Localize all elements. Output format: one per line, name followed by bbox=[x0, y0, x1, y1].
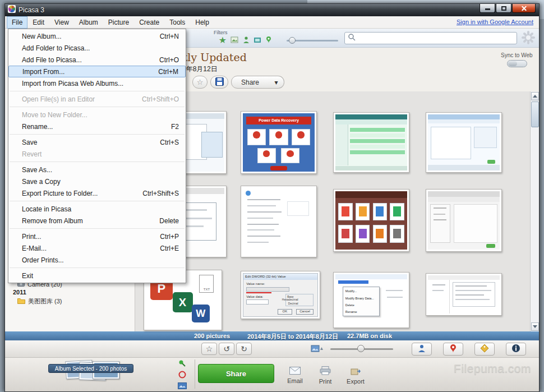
sidebar-year-2011[interactable]: 2011 bbox=[13, 289, 26, 296]
sidebar-item-label: 美图图库 (3) bbox=[28, 297, 62, 306]
file-menu: New Album...Ctrl+N Add Folder to Picasa.… bbox=[8, 29, 186, 283]
photo-thumbnail[interactable]: Power Data Recovery bbox=[241, 111, 317, 174]
disk-size: 22.7MB on disk bbox=[347, 333, 392, 339]
menu-item-new-album[interactable]: New Album...Ctrl+N bbox=[8, 30, 186, 42]
photo-thumbnail[interactable] bbox=[333, 189, 409, 252]
menu-separator bbox=[10, 134, 185, 135]
scroll-up-button[interactable] bbox=[531, 92, 539, 100]
filter-faces-button[interactable] bbox=[242, 36, 251, 44]
menubar-item-edit[interactable]: Edit bbox=[27, 16, 49, 29]
menu-separator bbox=[10, 268, 185, 268]
sign-in-link[interactable]: Sign in with Google Account bbox=[457, 19, 533, 25]
close-icon bbox=[521, 5, 527, 11]
share-main-button[interactable]: Share bbox=[198, 364, 274, 383]
chevron-down-icon: ▾ bbox=[274, 79, 278, 86]
menu-item-save[interactable]: SaveCtrl+S bbox=[8, 136, 186, 148]
menu-item-open-in-editor[interactable]: Open File(s) in an EditorCtrl+Shift+O bbox=[8, 93, 186, 105]
tags-button[interactable] bbox=[474, 343, 495, 356]
clear-tray-button[interactable] bbox=[173, 371, 191, 380]
menu-item-rename[interactable]: Rename...F2 bbox=[8, 121, 186, 132]
menu-item-order-prints[interactable]: Order Prints... bbox=[8, 254, 186, 266]
photo-thumbnail[interactable]: Edit DWORD (32-bit) Value Value name: Va… bbox=[241, 271, 320, 319]
photo-thumbnail[interactable] bbox=[333, 112, 409, 173]
sync-to-web-toggle[interactable] bbox=[507, 60, 527, 67]
menubar-item-help[interactable]: Help bbox=[190, 16, 214, 29]
menu-separator bbox=[10, 162, 185, 162]
menu-bar: File Edit View Album Picture Create Tool… bbox=[5, 16, 539, 29]
filter-geotagged-button[interactable] bbox=[264, 36, 273, 44]
menubar-item-picture[interactable]: Picture bbox=[103, 16, 134, 29]
menu-item-exit[interactable]: Exit bbox=[8, 270, 186, 282]
export-button[interactable]: Export bbox=[343, 363, 368, 388]
menu-item-locate-in-picasa[interactable]: Locate in Picasa bbox=[8, 203, 186, 215]
scrollbar[interactable] bbox=[530, 91, 539, 331]
save-button[interactable] bbox=[210, 76, 228, 89]
print-button[interactable]: Print bbox=[312, 363, 338, 388]
menu-item-export-to-folder[interactable]: Export Picture to Folder...Ctrl+Shift+S bbox=[8, 187, 186, 199]
menu-item-print[interactable]: Print...Ctrl+P bbox=[8, 230, 186, 242]
email-button[interactable]: Email bbox=[282, 363, 308, 388]
add-to-album-button[interactable] bbox=[173, 381, 191, 391]
close-button[interactable] bbox=[512, 4, 536, 13]
star-button[interactable]: ☆ bbox=[201, 343, 217, 355]
maximize-button[interactable] bbox=[496, 4, 511, 13]
menubar-item-file[interactable]: File bbox=[7, 16, 27, 29]
rotate-left-button[interactable]: ↺ bbox=[219, 343, 234, 355]
menubar-item-album[interactable]: Album bbox=[74, 16, 103, 29]
picasa-window: Picasa 3 File Edit View Album Picture Cr… bbox=[4, 3, 540, 392]
properties-button[interactable] bbox=[506, 343, 526, 356]
filter-photos-button[interactable] bbox=[230, 36, 239, 44]
menu-item-remove-from-album[interactable]: Remove from AlbumDelete bbox=[8, 215, 186, 227]
menu-item-move-to-new-folder[interactable]: Move to New Folder... bbox=[8, 109, 186, 121]
search-input[interactable] bbox=[356, 33, 517, 43]
filter-starred-button[interactable]: ★ bbox=[218, 36, 227, 44]
menu-item-email[interactable]: E-Mail...Ctrl+E bbox=[8, 242, 186, 254]
menu-item-import-from[interactable]: Import From...Ctrl+M bbox=[8, 66, 186, 77]
photo-thumbnail[interactable] bbox=[426, 112, 502, 173]
menu-separator bbox=[10, 91, 185, 91]
photo-thumbnail[interactable] bbox=[426, 273, 502, 316]
filter-videos-button[interactable] bbox=[253, 36, 262, 44]
menubar-item-create[interactable]: Create bbox=[134, 16, 164, 29]
photo-thumbnail[interactable]: Modify... Modify Binary Data... Delete R… bbox=[333, 272, 409, 328]
photo-thumbnail[interactable] bbox=[426, 189, 502, 252]
up-arrow-icon bbox=[533, 95, 537, 98]
menubar-item-tools[interactable]: Tools bbox=[164, 16, 190, 29]
email-label: Email bbox=[287, 377, 303, 384]
date-range: 2014年8月5日 to 2014年8月12日 bbox=[247, 333, 338, 341]
photo-icon bbox=[230, 35, 238, 45]
info-icon bbox=[511, 344, 520, 355]
menu-item-save-as[interactable]: Save As... bbox=[8, 164, 186, 176]
star-photo-button[interactable]: ☆ bbox=[192, 76, 208, 89]
scroll-down-button[interactable] bbox=[531, 322, 539, 331]
sidebar-item-folder[interactable]: 美图图库 (3) bbox=[17, 297, 62, 306]
menu-item-save-a-copy[interactable]: Save a Copy bbox=[8, 176, 186, 187]
share-button[interactable]: Share bbox=[231, 76, 269, 89]
status-bar: 200 pictures 2014年8月5日 to 2014年8月12日 22.… bbox=[5, 331, 539, 340]
photo-thumbnail[interactable] bbox=[241, 186, 317, 257]
zoom-slider-knob[interactable] bbox=[357, 345, 365, 352]
minimize-button[interactable] bbox=[480, 4, 495, 13]
pin-icon bbox=[266, 35, 271, 45]
people-button[interactable] bbox=[412, 343, 432, 356]
star-icon: ☆ bbox=[197, 78, 204, 86]
thumbnail-image bbox=[428, 114, 500, 170]
menu-item-import-web-albums[interactable]: Import from Picasa Web Albums... bbox=[8, 77, 186, 89]
hold-tray-button[interactable] bbox=[173, 359, 191, 369]
sidebar-item-label: 2011 bbox=[13, 289, 26, 296]
filter-slider-knob[interactable] bbox=[289, 37, 296, 44]
menubar-item-view[interactable]: View bbox=[49, 16, 74, 29]
thumbnail-image bbox=[428, 275, 500, 313]
thumbnail-image: Power Data Recovery bbox=[243, 113, 315, 172]
menu-item-add-file[interactable]: Add File to Picasa...Ctrl+O bbox=[8, 54, 186, 66]
rotate-right-button[interactable]: ↻ bbox=[236, 343, 252, 355]
share-dropdown-button[interactable]: ▾ bbox=[269, 76, 284, 89]
save-icon bbox=[215, 77, 224, 87]
places-button[interactable] bbox=[443, 343, 463, 356]
gear-icon bbox=[521, 30, 536, 47]
maximize-icon bbox=[501, 6, 506, 11]
scrollbar-thumb[interactable] bbox=[531, 102, 539, 127]
menu-item-add-folder[interactable]: Add Folder to Picasa... bbox=[8, 42, 186, 54]
photo-size-icon bbox=[311, 344, 324, 356]
menu-item-revert[interactable]: Revert bbox=[8, 148, 186, 160]
